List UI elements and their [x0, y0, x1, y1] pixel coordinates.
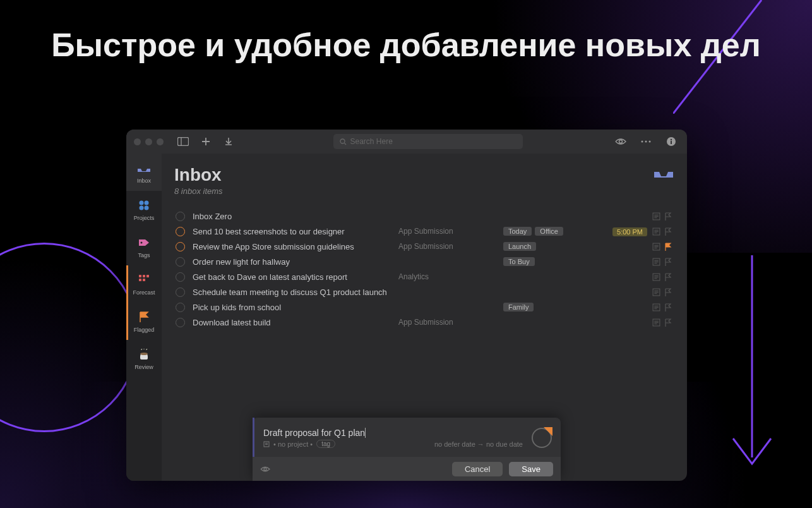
sidebar-item-inbox[interactable]: Inbox: [126, 154, 162, 191]
svg-line-3: [344, 143, 346, 145]
maximize-window-button[interactable]: [157, 138, 164, 145]
task-row-icons: [652, 227, 672, 236]
note-icon[interactable]: [652, 288, 660, 296]
download-icon[interactable]: [220, 133, 237, 150]
note-icon[interactable]: [652, 258, 660, 266]
task-checkbox[interactable]: [176, 303, 185, 312]
task-row[interactable]: Review the App Store submission guidelin…: [174, 239, 674, 254]
task-tag[interactable]: Family: [503, 303, 534, 311]
svg-point-2: [340, 139, 345, 143]
task-project: App Submission: [398, 318, 503, 327]
sidebar-item-forecast[interactable]: Forecast: [126, 265, 162, 303]
task-row-icons: [652, 318, 672, 327]
review-icon: [137, 348, 151, 361]
task-tag[interactable]: Launch: [503, 242, 536, 251]
note-icon[interactable]: [652, 318, 660, 327]
svg-point-4: [619, 140, 623, 143]
note-icon: [263, 441, 270, 447]
task-checkbox[interactable]: [176, 242, 185, 251]
task-row[interactable]: Schedule team meeting to discuss Q1 prod…: [174, 284, 674, 299]
sidebar: Inbox Projects Tags Forecast Flagged: [126, 154, 162, 481]
flag-icon[interactable]: [664, 243, 672, 251]
close-window-button[interactable]: [134, 138, 141, 145]
flag-icon[interactable]: [664, 303, 672, 311]
flag-icon[interactable]: [664, 288, 672, 296]
task-time: 5:00 PM: [606, 227, 647, 236]
info-icon[interactable]: [663, 133, 679, 150]
sidebar-item-flagged[interactable]: Flagged: [126, 303, 162, 340]
note-icon[interactable]: [652, 273, 660, 281]
task-row[interactable]: Inbox Zero: [174, 209, 674, 224]
flag-icon: [137, 310, 151, 324]
note-icon[interactable]: [652, 227, 660, 236]
more-icon[interactable]: [638, 133, 654, 150]
projects-icon: [137, 198, 151, 212]
svg-rect-18: [146, 275, 149, 277]
sidebar-item-tags[interactable]: Tags: [126, 228, 162, 265]
task-checkbox[interactable]: [176, 318, 185, 327]
svg-rect-10: [671, 141, 672, 144]
svg-point-12: [145, 200, 149, 205]
svg-point-6: [645, 141, 647, 143]
svg-point-5: [642, 141, 643, 143]
quick-entry-project[interactable]: • no project •: [273, 440, 313, 448]
task-row[interactable]: Get back to Dave on latest analytics rep…: [174, 269, 674, 284]
task-tag[interactable]: To Buy: [503, 257, 535, 266]
svg-point-21: [140, 353, 148, 355]
add-button-icon[interactable]: [198, 133, 214, 150]
task-row-icons: [652, 243, 672, 251]
sidebar-item-label: Inbox: [137, 178, 151, 184]
sidebar-item-review[interactable]: Review: [126, 340, 162, 377]
note-icon[interactable]: [652, 303, 660, 311]
svg-point-7: [649, 141, 651, 143]
quick-entry-status-circle[interactable]: [532, 428, 552, 448]
quick-entry-tag-chip[interactable]: tag: [316, 440, 335, 448]
task-project: App Submission: [398, 227, 503, 236]
task-checkbox[interactable]: [176, 212, 185, 221]
flag-icon[interactable]: [664, 227, 672, 236]
sidebar-item-projects[interactable]: Projects: [126, 191, 162, 228]
task-tags: TodayOffice: [503, 227, 606, 236]
svg-rect-17: [143, 275, 145, 277]
task-checkbox[interactable]: [176, 287, 185, 297]
task-checkbox[interactable]: [176, 272, 185, 282]
task-title: Download latest build: [193, 318, 398, 327]
sidebar-item-label: Tags: [138, 252, 150, 258]
task-checkbox[interactable]: [176, 257, 185, 267]
note-icon[interactable]: [652, 243, 660, 251]
task-row[interactable]: Pick up kids from schoolFamily: [174, 299, 674, 315]
task-title: Schedule team meeting to discuss Q1 prod…: [193, 287, 398, 297]
cancel-button[interactable]: Cancel: [452, 462, 503, 476]
svg-point-13: [140, 205, 144, 210]
toolbar: Search Here: [126, 130, 687, 154]
sidebar-item-label: Forecast: [133, 289, 155, 296]
flag-icon[interactable]: [664, 273, 672, 281]
search-input[interactable]: Search Here: [333, 134, 523, 149]
sidebar-item-label: Projects: [134, 215, 155, 221]
flag-icon[interactable]: [664, 258, 672, 266]
flag-icon[interactable]: [664, 212, 672, 221]
svg-point-15: [141, 241, 143, 243]
task-tag[interactable]: Today: [503, 227, 532, 236]
note-icon[interactable]: [652, 212, 660, 221]
flag-icon[interactable]: [664, 318, 672, 327]
task-title: Inbox Zero: [193, 212, 398, 221]
task-row[interactable]: Send 10 best screenshots to our designer…: [174, 224, 674, 239]
task-row[interactable]: Order new light for hallwayTo Buy: [174, 254, 674, 269]
task-tags: Launch: [503, 242, 606, 251]
task-tag[interactable]: Office: [535, 227, 563, 236]
task-checkbox[interactable]: [176, 227, 185, 236]
svg-rect-19: [139, 279, 141, 281]
task-row[interactable]: Download latest buildApp Submission: [174, 315, 674, 330]
svg-point-14: [145, 205, 149, 210]
eye-icon[interactable]: [612, 133, 629, 150]
sidebar-toggle-icon[interactable]: [175, 133, 191, 150]
quick-entry-eye-icon[interactable]: [260, 466, 270, 473]
quick-entry-dates[interactable]: no defer date → no due date: [434, 440, 523, 448]
quick-entry-title-input[interactable]: Draft proposal for Q1 plan: [263, 428, 523, 438]
minimize-window-button[interactable]: [145, 138, 152, 145]
svg-rect-0: [178, 138, 189, 146]
quick-entry-panel: Draft proposal for Q1 plan • no project …: [253, 418, 561, 481]
window-controls: [134, 138, 164, 145]
save-button[interactable]: Save: [509, 462, 553, 476]
